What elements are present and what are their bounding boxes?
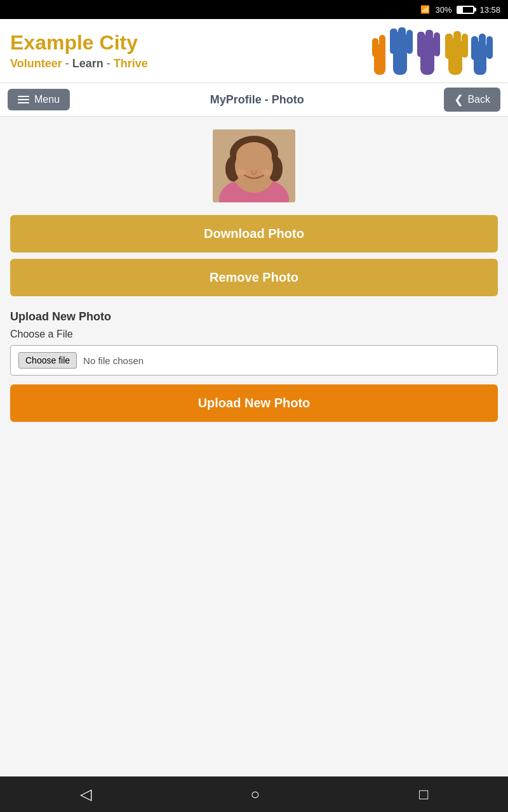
svg-rect-18 — [486, 36, 493, 59]
back-label: Back — [467, 94, 490, 105]
subtitle-learn: Learn — [72, 57, 104, 70]
back-arrow-icon: ◁ — [80, 785, 91, 802]
battery-icon — [457, 6, 474, 14]
upload-new-photo-label: Upload New Photo — [198, 396, 311, 410]
remove-photo-label: Remove Photo — [210, 270, 298, 284]
svg-rect-1 — [372, 38, 378, 57]
profile-photo — [213, 129, 295, 202]
wifi-icon: 📶 — [420, 5, 430, 14]
svg-point-32 — [262, 169, 272, 176]
bottom-nav: ◁ ○ □ — [0, 776, 508, 812]
subtitle-volunteer: Volunteer — [10, 57, 62, 70]
download-photo-button[interactable]: Download Photo — [10, 215, 498, 252]
svg-rect-13 — [453, 31, 461, 58]
choose-file-label: Choose a File — [10, 329, 498, 340]
recents-nav-button[interactable]: □ — [404, 780, 444, 808]
back-nav-button[interactable]: ◁ — [65, 780, 107, 808]
upload-section-title: Upload New Photo — [10, 310, 498, 324]
subtitle-dash1: - — [65, 57, 72, 70]
page-title: MyProfile - Photo — [210, 93, 304, 107]
home-circle-icon: ○ — [251, 785, 260, 802]
profile-photo-container — [10, 129, 498, 202]
svg-rect-2 — [379, 35, 385, 59]
choose-file-button[interactable]: Choose file — [18, 352, 77, 369]
app-title: Example City — [10, 31, 371, 55]
svg-rect-17 — [479, 34, 486, 60]
clock: 13:58 — [479, 5, 500, 15]
hands-illustration — [371, 22, 498, 79]
file-name-display: No file chosen — [83, 355, 144, 366]
svg-rect-4 — [390, 29, 398, 54]
subtitle-thrive: Thrive — [114, 57, 148, 70]
home-nav-button[interactable]: ○ — [236, 780, 276, 808]
svg-rect-5 — [398, 27, 406, 54]
svg-rect-6 — [406, 30, 413, 54]
subtitle-dash2: - — [107, 57, 114, 70]
battery-percent: 30% — [435, 5, 451, 15]
svg-rect-12 — [445, 34, 453, 59]
back-chevron-icon: ❮ — [454, 93, 464, 107]
menu-button[interactable]: Menu — [8, 89, 70, 110]
svg-point-34 — [236, 142, 272, 170]
hamburger-icon — [18, 96, 29, 103]
header-text-block: Example City Volunteer - Learn - Thrive — [10, 31, 371, 70]
status-bar: 📶 30% 13:58 — [0, 0, 508, 19]
nav-bar: Menu MyProfile - Photo ❮ Back — [0, 82, 508, 117]
file-input-container[interactable]: Choose file No file chosen — [10, 345, 498, 376]
svg-rect-9 — [425, 30, 433, 56]
header-banner: Example City Volunteer - Learn - Thrive — [0, 19, 508, 82]
remove-photo-button[interactable]: Remove Photo — [10, 259, 498, 296]
recents-square-icon: □ — [419, 785, 429, 802]
app-subtitle: Volunteer - Learn - Thrive — [10, 57, 371, 70]
battery-fill — [458, 7, 462, 13]
svg-point-31 — [236, 169, 246, 176]
back-button[interactable]: ❮ Back — [444, 88, 500, 112]
svg-rect-8 — [417, 32, 425, 57]
upload-new-photo-button[interactable]: Upload New Photo — [10, 384, 498, 422]
hands-svg — [371, 22, 498, 79]
menu-label: Menu — [34, 94, 60, 105]
download-photo-label: Download Photo — [204, 226, 304, 240]
profile-avatar-svg — [213, 129, 295, 202]
svg-rect-14 — [462, 34, 468, 58]
svg-rect-16 — [471, 36, 478, 60]
svg-rect-10 — [434, 32, 440, 56]
main-content: Download Photo Remove Photo Upload New P… — [0, 117, 508, 441]
